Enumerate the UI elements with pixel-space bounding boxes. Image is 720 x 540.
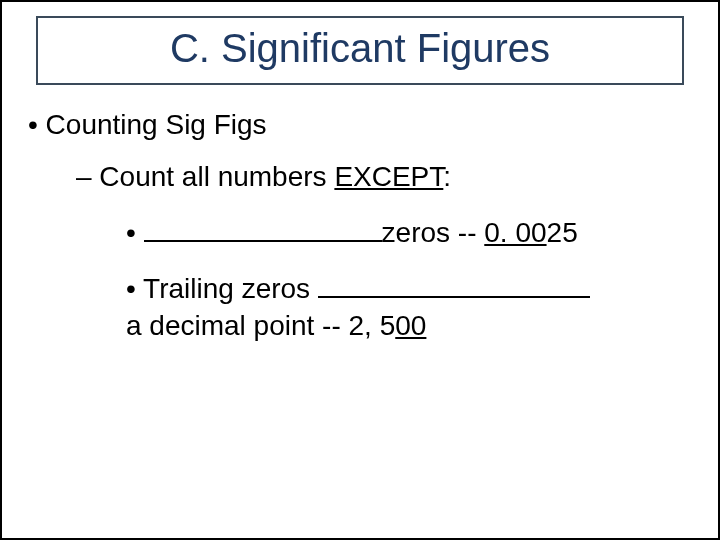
bullet-l1-text: Counting Sig Figs [46,109,267,140]
l2-pre: Count all numbers [99,161,334,192]
title-box: C. Significant Figures [36,16,684,85]
bullet-count-except: Count all numbers EXCEPT: [76,161,702,193]
l3b-pre: Trailing zeros [143,273,318,304]
blank-leading [144,215,382,242]
l3b-line2-underlined: 00 [395,310,426,341]
l3b-line2-pre: a decimal point -- 2, 5 [126,310,395,341]
slide: C. Significant Figures Counting Sig Figs… [0,0,720,540]
bullet-trailing-zeros: Trailing zeros a decimal point -- 2, 500 [126,271,702,344]
l3a-ex-underlined: 0. 00 [484,217,546,248]
l3a-zeros: zeros -- [382,217,485,248]
blank-trailing [318,272,590,299]
l2-except: EXCEPT [334,161,443,192]
bullet-leading-zeros: zeros -- 0. 0025 [126,215,702,251]
l3a-ex-tail: 25 [547,217,578,248]
bullet-counting-sig-figs: Counting Sig Figs [28,109,702,141]
l2-post: : [443,161,451,192]
slide-title: C. Significant Figures [48,26,672,71]
